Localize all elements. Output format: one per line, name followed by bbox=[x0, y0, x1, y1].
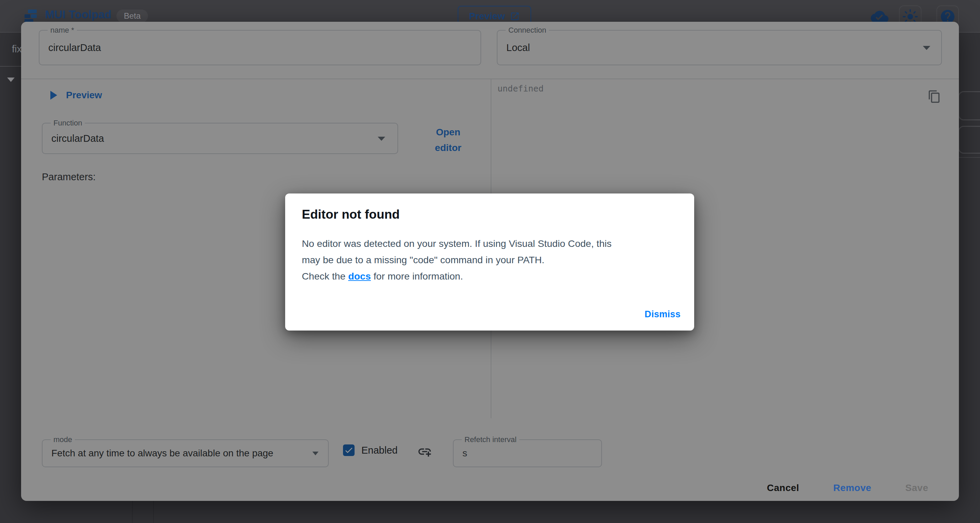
connection-select[interactable]: Connection Local bbox=[497, 30, 942, 65]
copy-icon bbox=[928, 90, 941, 103]
background-panel-seam bbox=[132, 501, 133, 523]
mode-select-value: Fetch at any time to always be available… bbox=[51, 448, 273, 459]
background-divider bbox=[957, 157, 980, 158]
name-field-label: name * bbox=[48, 26, 77, 34]
refetch-interval-field[interactable]: Refetch interval s bbox=[453, 439, 602, 467]
enabled-checkbox-row[interactable]: Enabled bbox=[343, 444, 398, 456]
dialog-body-line-1: No editor was detected on your system. I… bbox=[302, 235, 679, 252]
dialog-title: Editor not found bbox=[302, 208, 400, 222]
name-field-value: circularData bbox=[48, 42, 101, 53]
function-select[interactable]: Function circularData bbox=[42, 123, 398, 154]
bind-property-button[interactable] bbox=[417, 444, 433, 460]
refetch-interval-label: Refetch interval bbox=[462, 436, 519, 444]
open-in-new-icon bbox=[510, 11, 520, 21]
header-divider bbox=[21, 79, 959, 79]
dialog-body-text: No editor was detected on your system. I… bbox=[302, 235, 679, 284]
add-link-icon bbox=[417, 444, 432, 459]
background-panel-seam bbox=[153, 501, 154, 523]
name-field[interactable]: name * circularData bbox=[39, 30, 481, 65]
query-result-preview: undefined bbox=[498, 84, 543, 94]
function-select-label: Function bbox=[51, 119, 85, 127]
background-field-box-1 bbox=[958, 91, 980, 120]
chevron-down-icon bbox=[312, 452, 318, 455]
preview-collapsible-toggle[interactable]: Preview bbox=[50, 90, 102, 101]
tab-strip-divider bbox=[0, 66, 24, 67]
connection-select-value: Local bbox=[506, 42, 530, 53]
enabled-checkbox-label: Enabled bbox=[361, 445, 398, 456]
background-field-box-2 bbox=[958, 126, 980, 154]
open-editor-button[interactable]: Open editor bbox=[426, 124, 470, 156]
dismiss-button[interactable]: Dismiss bbox=[644, 309, 681, 320]
refetch-interval-value: s bbox=[463, 448, 467, 459]
chevron-down-icon bbox=[378, 137, 385, 141]
dialog-body-line-2: may be due to a missing "code" command i… bbox=[302, 252, 679, 268]
app-title: MUI Toolpad bbox=[45, 8, 111, 21]
save-button[interactable]: Save bbox=[905, 483, 928, 493]
preview-collapsible-label: Preview bbox=[66, 90, 102, 101]
connection-select-label: Connection bbox=[506, 26, 549, 34]
check-icon bbox=[344, 445, 353, 455]
enabled-checkbox[interactable] bbox=[343, 444, 355, 456]
cancel-button[interactable]: Cancel bbox=[767, 483, 799, 493]
function-select-value: circularData bbox=[51, 133, 104, 144]
remove-button[interactable]: Remove bbox=[833, 483, 872, 493]
query-tab-label[interactable]: fix bbox=[12, 44, 22, 55]
editor-not-found-dialog: Editor not found No editor was detected … bbox=[285, 193, 694, 331]
dialog-body-line-3-suffix: for more information. bbox=[371, 271, 463, 282]
chevron-down-icon bbox=[923, 46, 930, 50]
mode-select-label: mode bbox=[51, 436, 75, 444]
parameters-label: Parameters: bbox=[42, 171, 95, 182]
preview-app-button-label: Preview bbox=[469, 11, 505, 22]
dialog-body-line-3: Check the docs for more information. bbox=[302, 268, 679, 284]
mode-select[interactable]: mode Fetch at any time to always be avai… bbox=[42, 439, 329, 467]
dialog-body-line-3-prefix: Check the bbox=[302, 271, 348, 282]
chevron-down-icon[interactable] bbox=[7, 78, 14, 82]
query-dialog-actions: Cancel Remove Save bbox=[767, 483, 928, 493]
play-arrow-icon bbox=[50, 91, 57, 100]
copy-result-button[interactable] bbox=[926, 89, 943, 105]
docs-link[interactable]: docs bbox=[348, 271, 371, 282]
beta-badge: Beta bbox=[116, 10, 148, 22]
